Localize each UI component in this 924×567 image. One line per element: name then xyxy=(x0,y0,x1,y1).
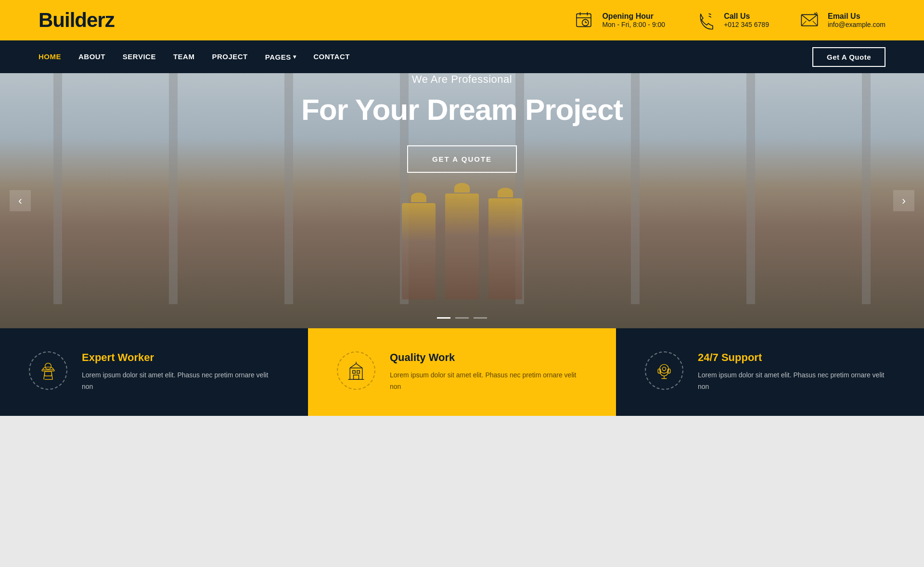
clock-icon xyxy=(572,9,595,32)
feature-title-worker: Expert Worker xyxy=(82,351,279,364)
opening-hour-value: Mon - Fri, 8:00 - 9:00 xyxy=(602,21,665,28)
hero-section: We Are Professional For Your Dream Proje… xyxy=(0,73,924,328)
svg-point-18 xyxy=(660,364,668,373)
feature-title-support: 24/7 Support xyxy=(698,351,895,364)
svg-rect-15 xyxy=(357,371,360,374)
nav-link-pages[interactable]: PAGES xyxy=(265,53,296,61)
phone-icon xyxy=(694,9,717,32)
feature-desc-support: Lorem ipsum dolor sit amet elit. Phasus … xyxy=(698,370,895,393)
feature-text-support: 24/7 Support Lorem ipsum dolor sit amet … xyxy=(698,351,895,393)
feature-text-worker: Expert Worker Lorem ipsum dolor sit amet… xyxy=(82,351,279,393)
hero-dot-1[interactable] xyxy=(437,317,450,319)
opening-hour-label: Opening Hour xyxy=(602,12,665,21)
nav-link-project[interactable]: PROJECT xyxy=(212,52,247,61)
nav-link-service[interactable]: SERVICE xyxy=(123,52,156,61)
nav-link-contact[interactable]: CONTACT xyxy=(313,52,350,61)
workers-overlay xyxy=(402,193,522,299)
svg-line-9 xyxy=(813,21,818,26)
nav-item-service[interactable]: SERVICE xyxy=(123,52,156,61)
nav-item-about[interactable]: ABOUT xyxy=(78,52,105,61)
nav-item-home[interactable]: HOME xyxy=(38,52,61,61)
hero-title: For Your Dream Project xyxy=(0,93,924,126)
brand-logo: Builderz xyxy=(38,9,115,32)
opening-hour-text: Opening Hour Mon - Fri, 8:00 - 9:00 xyxy=(602,12,665,28)
nav-item-pages[interactable]: PAGES xyxy=(265,53,296,61)
call-us-text: Call Us +012 345 6789 xyxy=(724,12,769,28)
support-icon xyxy=(645,351,683,390)
feature-card-worker: Expert Worker Lorem ipsum dolor sit amet… xyxy=(0,328,308,416)
hero-dot-2[interactable] xyxy=(455,317,469,319)
nav-item-project[interactable]: PROJECT xyxy=(212,52,247,61)
hero-prev-button[interactable]: ‹ xyxy=(10,190,31,211)
feature-desc-quality: Lorem ipsum dolor sit amet elit. Phasus … xyxy=(390,370,587,393)
top-bar: Builderz Opening Hour Mon - Fri, 8:00 - … xyxy=(0,0,924,40)
svg-rect-12 xyxy=(45,372,52,376)
svg-point-10 xyxy=(45,363,51,369)
nav-item-contact[interactable]: CONTACT xyxy=(313,52,350,61)
building-icon xyxy=(337,351,375,390)
feature-title-quality: Quality Work xyxy=(390,351,587,364)
feature-desc-worker: Lorem ipsum dolor sit amet elit. Phasus … xyxy=(82,370,279,393)
feature-card-support: 24/7 Support Lorem ipsum dolor sit amet … xyxy=(616,328,924,416)
contact-info: Opening Hour Mon - Fri, 8:00 - 9:00 Call… xyxy=(572,9,886,32)
nav-link-home[interactable]: HOME xyxy=(38,52,61,61)
nav-link-about[interactable]: ABOUT xyxy=(78,52,105,61)
svg-rect-11 xyxy=(42,370,54,371)
email-us-item: Email Us info@example.com xyxy=(798,9,886,32)
get-quote-nav-button[interactable]: Get A Quote xyxy=(812,47,886,67)
call-us-label: Call Us xyxy=(724,12,769,21)
email-us-label: Email Us xyxy=(828,12,886,21)
features-strip: Expert Worker Lorem ipsum dolor sit amet… xyxy=(0,328,924,416)
nav-links: HOME ABOUT SERVICE TEAM PROJECT PAGES CO… xyxy=(38,52,812,61)
svg-rect-14 xyxy=(353,371,356,374)
svg-rect-16 xyxy=(354,375,359,379)
nav-item-team[interactable]: TEAM xyxy=(173,52,195,61)
feature-text-quality: Quality Work Lorem ipsum dolor sit amet … xyxy=(390,351,587,393)
svg-rect-13 xyxy=(350,368,362,380)
feature-card-quality: Quality Work Lorem ipsum dolor sit amet … xyxy=(308,328,616,416)
worker-icon xyxy=(29,351,67,390)
nav-link-team[interactable]: TEAM xyxy=(173,52,195,61)
email-us-value: info@example.com xyxy=(828,21,886,28)
navbar: HOME ABOUT SERVICE TEAM PROJECT PAGES CO… xyxy=(0,40,924,73)
email-us-text: Email Us info@example.com xyxy=(828,12,886,28)
call-us-value: +012 345 6789 xyxy=(724,21,769,28)
hero-cta-button[interactable]: GET A QUOTE xyxy=(407,145,517,173)
call-us-item: Call Us +012 345 6789 xyxy=(694,9,769,32)
email-icon xyxy=(798,9,821,32)
hero-dot-3[interactable] xyxy=(474,317,487,319)
hero-content: We Are Professional For Your Dream Proje… xyxy=(0,73,924,173)
hero-dots xyxy=(437,317,487,319)
svg-point-21 xyxy=(662,367,666,371)
hero-subtitle: We Are Professional xyxy=(0,73,924,86)
svg-line-8 xyxy=(801,21,806,26)
opening-hour-item: Opening Hour Mon - Fri, 8:00 - 9:00 xyxy=(572,9,665,32)
hero-next-button[interactable]: › xyxy=(893,190,914,211)
